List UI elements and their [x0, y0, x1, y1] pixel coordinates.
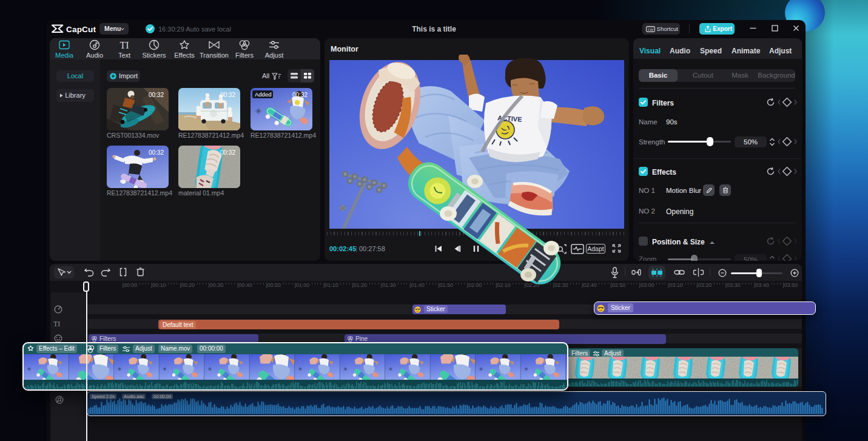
svg-text:Added: Added: [255, 91, 271, 98]
svg-text:00:32: 00:32: [220, 92, 235, 98]
svg-text:00:32: 00:32: [292, 92, 308, 98]
svg-text:00:32: 00:32: [149, 149, 164, 156]
svg-text:00:32: 00:32: [149, 92, 164, 98]
svg-text:TI: TI: [119, 40, 129, 50]
svg-text:00:32: 00:32: [220, 149, 235, 156]
